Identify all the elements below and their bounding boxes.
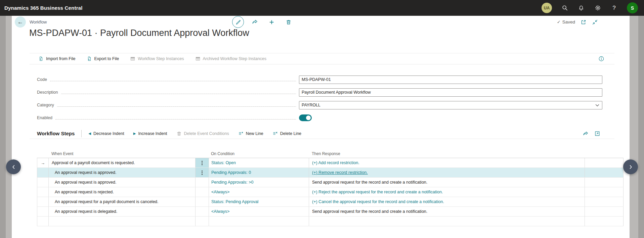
when-event-cell[interactable]: An approval request is approved. <box>48 168 195 177</box>
condition-link[interactable]: Pending Approvals: >0 <box>211 180 253 185</box>
table-icon <box>195 56 201 61</box>
action-label: Archived Workflow Step Instances <box>203 56 266 61</box>
arrow-left-icon: ← <box>17 19 23 26</box>
then-response-cell[interactable]: Send approval request for the record and… <box>309 178 585 187</box>
assist-edit-button[interactable] <box>195 158 209 168</box>
response-link[interactable]: (+) Cancel the approval request for the … <box>312 199 444 204</box>
info-icon[interactable] <box>598 56 604 62</box>
back-button[interactable]: ← <box>15 16 26 28</box>
row-indicator-cell[interactable] <box>37 168 48 177</box>
response-link[interactable]: (+) Add record restriction. <box>312 160 359 165</box>
row-indicator-cell[interactable] <box>37 197 48 206</box>
then-response-cell[interactable]: (+) Add record restriction. <box>309 158 585 168</box>
then-response-cell[interactable]: Send approval request for the record and… <box>309 207 585 216</box>
assist-edit-cell[interactable] <box>195 197 209 206</box>
when-event-cell[interactable]: An approval request is approved. <box>48 178 195 187</box>
page-edge-right-outer <box>638 16 644 238</box>
assist-edit-cell[interactable] <box>195 187 209 197</box>
code-input[interactable] <box>299 76 602 84</box>
then-response-cell[interactable]: (+) Remove record restriction. <box>309 168 585 177</box>
steps-action-decrease-indent[interactable]: ◀Decrease Indent <box>88 131 124 136</box>
action-export-to-file[interactable]: Export to File <box>87 56 119 61</box>
condition-link[interactable]: Pending Approvals: 0 <box>211 170 251 175</box>
response-link[interactable]: (+) Remove record restriction. <box>312 170 368 175</box>
help-icon[interactable]: ? <box>610 4 618 12</box>
when-event-cell[interactable]: Approval of a payroll document is reques… <box>48 158 195 168</box>
user-avatar[interactable]: S <box>627 2 638 13</box>
condition-link[interactable]: <Always> <box>211 209 229 214</box>
collapse-arrows-icon[interactable] <box>592 19 598 25</box>
chevron-left-icon <box>11 164 16 170</box>
assist-edit-button[interactable] <box>195 168 209 177</box>
steps-action-delete-line[interactable]: Delete Line <box>272 131 301 136</box>
column-header-then-response[interactable]: Then Response <box>309 151 585 156</box>
response-link[interactable]: Send approval request for the record and… <box>312 209 427 214</box>
record-actions: + <box>232 16 294 28</box>
trailing-cell[interactable] <box>585 187 624 197</box>
when-event-cell[interactable]: An approval request for a payroll docume… <box>48 197 195 206</box>
active-row-arrow-icon: → <box>41 160 45 165</box>
then-response-cell[interactable]: (+) Cancel the approval request for the … <box>309 197 585 206</box>
column-header-when-event[interactable]: When Event <box>48 151 195 156</box>
new-button[interactable]: + <box>266 16 277 28</box>
response-link[interactable]: Send approval request for the record and… <box>312 180 427 185</box>
assist-edit-cell[interactable] <box>195 178 209 187</box>
condition-link[interactable]: <Always> <box>211 190 229 194</box>
settings-gear-icon[interactable] <box>594 4 601 12</box>
row-indicator-cell[interactable]: → <box>37 158 48 168</box>
description-input[interactable] <box>299 88 602 97</box>
company-avatar[interactable]: UA <box>542 3 552 13</box>
open-in-new-window-icon[interactable] <box>581 19 587 25</box>
next-record-button[interactable] <box>623 159 638 174</box>
on-condition-cell[interactable]: Status: Open <box>209 158 309 168</box>
then-response-cell[interactable] <box>309 217 585 226</box>
response-link[interactable]: (+) Reject the approval request for the … <box>312 190 443 194</box>
action-import-from-file[interactable]: Import from File <box>38 56 76 61</box>
share-grid-icon[interactable] <box>583 131 589 137</box>
trailing-cell[interactable] <box>585 158 624 168</box>
trailing-cell[interactable] <box>585 197 624 206</box>
edit-button[interactable] <box>232 16 244 28</box>
row-indicator-cell[interactable] <box>37 178 48 187</box>
condition-link[interactable]: Status: Pending Approval <box>211 199 258 204</box>
page-edge-right-inner <box>630 16 638 238</box>
notifications-bell-icon[interactable] <box>577 4 585 12</box>
on-condition-cell[interactable]: <Always> <box>209 187 309 197</box>
previous-record-button[interactable] <box>6 159 21 174</box>
share-button[interactable] <box>249 16 261 28</box>
then-response-cell[interactable]: (+) Reject the approval request for the … <box>309 187 585 197</box>
when-event-cell[interactable] <box>48 217 195 226</box>
trash-icon <box>286 19 292 25</box>
on-condition-cell[interactable]: Status: Pending Approval <box>209 197 309 206</box>
steps-action-label: New Line <box>246 131 263 136</box>
category-select[interactable]: PAYROLL <box>299 101 602 109</box>
trailing-cell[interactable] <box>585 178 624 187</box>
steps-action-increase-indent[interactable]: ▶Increase Indent <box>133 131 167 136</box>
when-event-cell[interactable]: An approval request is rejected. <box>48 187 195 197</box>
on-condition-cell[interactable]: Pending Approvals: 0 <box>209 168 309 177</box>
enabled-toggle[interactable] <box>299 114 312 121</box>
dotted-leader <box>50 81 296 81</box>
trailing-cell[interactable] <box>585 217 624 226</box>
steps-action-delete-event-conditions: Delete Event Conditions <box>176 131 229 136</box>
delete-button[interactable] <box>283 16 294 28</box>
steps-action-new-line[interactable]: New Line <box>238 131 263 136</box>
breadcrumb[interactable]: Workflow <box>30 20 47 25</box>
search-icon[interactable] <box>561 4 568 12</box>
row-indicator-cell[interactable] <box>37 217 48 226</box>
when-event-cell[interactable]: An approval request is delegated. <box>48 207 195 216</box>
assist-edit-cell[interactable] <box>195 217 209 226</box>
row-indicator-cell[interactable] <box>37 207 48 216</box>
field-control <box>299 114 602 121</box>
column-header-on-condition[interactable]: On Condition <box>209 151 309 156</box>
condition-link[interactable]: Status: Open <box>211 160 236 165</box>
trailing-cell[interactable] <box>585 168 624 177</box>
trailing-cell[interactable] <box>585 207 624 216</box>
on-condition-cell[interactable]: <Always> <box>209 207 309 216</box>
on-condition-cell[interactable] <box>209 217 309 226</box>
on-condition-cell[interactable]: Pending Approvals: >0 <box>209 178 309 187</box>
popout-grid-icon[interactable] <box>594 131 600 137</box>
assist-edit-cell[interactable] <box>195 207 209 216</box>
row-indicator-cell[interactable] <box>37 187 48 197</box>
workflow-steps-right-actions <box>583 131 600 137</box>
